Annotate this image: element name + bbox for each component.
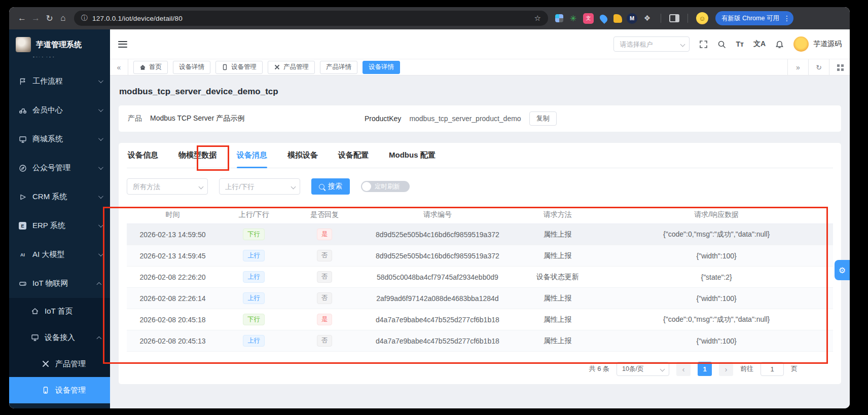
table-row[interactable]: 2026-02-08 20:45:13 上行 否 d4a7a7e9babe4c4… bbox=[127, 330, 833, 352]
kebab-menu-icon[interactable]: ⋮ bbox=[783, 14, 790, 22]
sidebar-item-workflow[interactable]: 工作流程 bbox=[9, 67, 110, 96]
user-menu[interactable]: 芋道源码 bbox=[793, 36, 842, 52]
tenant-select-input[interactable] bbox=[613, 36, 690, 52]
m-badge-icon[interactable]: M bbox=[627, 13, 637, 24]
info-icon[interactable]: ⓘ bbox=[81, 14, 88, 23]
direction-filter-input[interactable] bbox=[219, 178, 300, 195]
direction-tag: 下行 bbox=[243, 314, 265, 325]
profile-avatar[interactable]: ☺ bbox=[696, 12, 708, 24]
direction-filter-select[interactable] bbox=[219, 178, 300, 195]
table-row[interactable]: 2026-02-13 14:59:45 上行 否 8d9d525e505b4c1… bbox=[127, 245, 833, 267]
sidebar-collapse-icon[interactable] bbox=[118, 41, 127, 48]
tab-device-message[interactable]: 设备消息 bbox=[237, 143, 267, 168]
tab-product-management[interactable]: 产品管理 bbox=[268, 61, 315, 74]
search-icon[interactable] bbox=[717, 40, 726, 49]
chevron-down-icon bbox=[98, 78, 103, 83]
translate-icon[interactable]: 文A bbox=[753, 40, 766, 49]
settings-gear-button[interactable]: ⚙ bbox=[835, 260, 850, 280]
page-size-select[interactable] bbox=[617, 362, 669, 376]
page-1-button[interactable]: 1 bbox=[698, 362, 712, 376]
copy-button[interactable]: 复制 bbox=[529, 111, 557, 126]
home-icon bbox=[30, 307, 39, 316]
tabs-collapse-left-icon[interactable]: « bbox=[110, 59, 128, 75]
goto-label: 前往 bbox=[740, 364, 753, 373]
tab-device-detail-1[interactable]: 设备详情 bbox=[173, 61, 210, 74]
back-icon[interactable]: ← bbox=[15, 13, 29, 23]
font-size-icon[interactable]: Tт bbox=[736, 40, 743, 48]
chrome-update-button[interactable]: 有新版 Chrome 可用 ⋮ bbox=[715, 11, 793, 25]
chrome-update-label: 有新版 Chrome 可用 bbox=[721, 14, 779, 23]
productkey-label: ProductKey bbox=[365, 115, 401, 123]
sidebar-item-iot-home[interactable]: IoT 首页 bbox=[9, 298, 110, 324]
tab-product-detail[interactable]: 产品详情 bbox=[320, 61, 357, 74]
page-size-input[interactable] bbox=[617, 362, 669, 376]
fullscreen-icon[interactable] bbox=[699, 40, 708, 49]
sidebar-item-crm[interactable]: CRM 系统 bbox=[9, 182, 110, 211]
table-row[interactable]: 2026-02-13 14:59:50 下行 是 8d9d525e505b4c1… bbox=[127, 224, 833, 245]
sidebar-item-report[interactable]: ◔ 报表管理 bbox=[9, 57, 110, 67]
tab-modbus-config[interactable]: Modbus 配置 bbox=[389, 143, 436, 168]
tabs-refresh-icon[interactable]: ↻ bbox=[808, 59, 829, 75]
detail-tabs: 设备信息 物模型数据 设备消息 模拟设备 设备配置 Modbus 配置 bbox=[127, 143, 833, 168]
reply-tag: 否 bbox=[317, 271, 333, 283]
tab-home[interactable]: 首页 bbox=[133, 61, 168, 74]
direction-tag: 上行 bbox=[243, 335, 265, 347]
method-filter-select[interactable] bbox=[127, 178, 208, 195]
broom-icon[interactable] bbox=[613, 14, 622, 23]
sidebar-item-device-management[interactable]: 设备管理 bbox=[9, 377, 110, 403]
crm-icon bbox=[18, 193, 27, 201]
tab-thing-model-data[interactable]: 物模型数据 bbox=[178, 143, 216, 168]
tools-icon bbox=[41, 360, 50, 368]
home-icon[interactable]: ⌂ bbox=[56, 13, 70, 23]
search-button[interactable]: 搜索 bbox=[311, 178, 350, 195]
sidebar-item-product-management[interactable]: 产品管理 bbox=[9, 351, 110, 377]
sidebar-item-ai[interactable]: AI AI 大模型 bbox=[9, 240, 110, 269]
extensions-row: ✳ 文 M ❖ ☺ bbox=[555, 12, 708, 24]
table-row[interactable]: 2026-02-08 22:26:20 上行 否 58d05c0048ba4cf… bbox=[127, 267, 833, 288]
direction-tag: 下行 bbox=[243, 229, 265, 240]
sidebar-item-member[interactable]: 会员中心 bbox=[9, 96, 110, 125]
flag-icon bbox=[18, 77, 27, 86]
bookmark-star-icon[interactable]: ☆ bbox=[534, 14, 541, 23]
green-star-icon[interactable]: ✳ bbox=[568, 13, 578, 24]
goto-page-input[interactable] bbox=[761, 362, 784, 376]
tab-device-config[interactable]: 设备配置 bbox=[338, 143, 369, 168]
next-page-button[interactable]: › bbox=[719, 362, 733, 376]
table-header: 时间 上行/下行 是否回复 请求编号 请求方法 请求/响应数据 bbox=[127, 206, 833, 224]
method-filter-input[interactable] bbox=[127, 178, 208, 195]
puzzle-icon[interactable]: ❖ bbox=[642, 13, 653, 24]
col-time: 时间 bbox=[127, 210, 219, 219]
sidebar-item-iot[interactable]: IoT 物联网 bbox=[9, 269, 110, 298]
auto-refresh-toggle[interactable]: 定时刷新 bbox=[361, 181, 410, 192]
tab-device-management[interactable]: 设备管理 bbox=[215, 61, 263, 74]
extensions-grid-icon[interactable] bbox=[555, 14, 563, 22]
page-content: modbus_tcp_server_device_demo_tcp 产品 Mod… bbox=[110, 76, 850, 408]
tenant-select[interactable] bbox=[613, 36, 690, 52]
table-row[interactable]: 2026-02-08 22:26:14 上行 否 2af99ad6f97142a… bbox=[127, 288, 833, 309]
translate-extension-icon[interactable]: 文 bbox=[583, 13, 594, 24]
prev-page-button[interactable]: ‹ bbox=[676, 362, 691, 376]
forward-icon[interactable]: → bbox=[29, 13, 43, 23]
tab-simulate-device[interactable]: 模拟设备 bbox=[287, 143, 318, 168]
sidebar-item-official-account[interactable]: 公众号管理 bbox=[9, 154, 110, 182]
sidebar-item-mall[interactable]: 商城系统 bbox=[9, 125, 110, 154]
tabs-expand-right-icon[interactable]: » bbox=[787, 59, 808, 75]
address-bar[interactable]: ⓘ 127.0.0.1/iot/device/detail/80 ☆ bbox=[74, 11, 548, 26]
url-text[interactable]: 127.0.0.1/iot/device/detail/80 bbox=[92, 15, 183, 22]
chart-icon: ◔ bbox=[18, 57, 27, 58]
sidebar-item-erp[interactable]: E ERP 系统 bbox=[9, 211, 110, 240]
tab-device-detail-active[interactable]: 设备详情 bbox=[363, 61, 400, 74]
phone-icon bbox=[41, 386, 50, 395]
tab-device-info[interactable]: 设备信息 bbox=[128, 143, 158, 168]
table-row[interactable]: 2026-02-08 20:45:18 下行 是 d4a7a7e9babe4c4… bbox=[127, 309, 833, 330]
tools-icon bbox=[274, 64, 280, 70]
toolbar-separator bbox=[688, 14, 688, 23]
layout-grid-icon[interactable] bbox=[829, 59, 850, 75]
bell-icon[interactable] bbox=[775, 40, 784, 49]
home-icon bbox=[139, 64, 146, 70]
side-panel-icon[interactable] bbox=[669, 14, 679, 22]
app-logo-row[interactable]: 芋道管理系统 bbox=[9, 32, 110, 57]
drop-icon[interactable] bbox=[598, 13, 609, 24]
sidebar-item-device-access[interactable]: 设备接入 bbox=[9, 324, 110, 351]
reload-icon[interactable]: ↻ bbox=[43, 13, 56, 24]
